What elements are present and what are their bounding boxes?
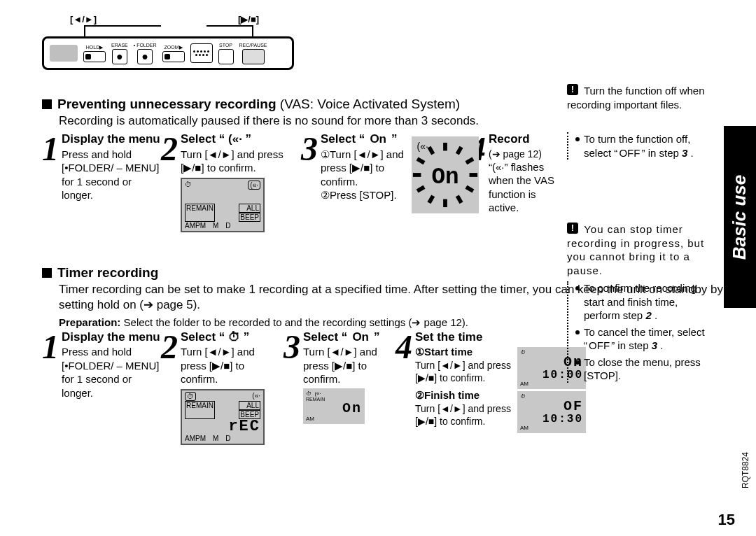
remain-label: REMAIN (185, 204, 215, 222)
label-folder: • FOLDER (134, 43, 157, 48)
vas-step2-text: Turn [◄/►] and press [▶/■] to confirm. (181, 148, 294, 175)
device-diagram: [◄/►] [▶/■] HOLD▶ ERASE ● • FOLDER ● ZOO… (42, 14, 294, 91)
timer-step1-title: Display the menu (62, 330, 160, 344)
clock-icon: ⏱ (185, 392, 196, 401)
lcd-panel-vas: ⏱ («· REMAIN ALL BEEP AMPM M D (181, 178, 265, 232)
lcd-panel-timer: ⏱ («· REMAIN ALL BEEP rEC AMPM M D (181, 389, 265, 445)
vas-icon: («· (417, 141, 428, 152)
note-5a: To cancel the timer, select “ OFF ” in s… (584, 326, 705, 352)
vas-subtitle: (VAS: Voice Activated System) (280, 97, 460, 111)
zoom-switch[interactable] (162, 51, 185, 62)
rec-display: rEC (185, 419, 260, 435)
finish-time-label: ②Finish time (415, 389, 479, 401)
timer-step4-title: Set the time (415, 330, 586, 344)
all-label: ALL (239, 401, 260, 410)
ampm-md-label: AMPM M D (185, 435, 260, 442)
section-tab-label: Basic use (729, 174, 751, 259)
prep-label: Preparation: (59, 316, 120, 328)
step-number-3b: 3 (284, 330, 300, 364)
page-number: 15 (718, 511, 735, 529)
vas-step4-text: “(«·” flashes when the VAS function is a… (489, 160, 560, 215)
lcd-big-on: («· On (412, 136, 479, 213)
finish-time-value: 10:30 (520, 414, 583, 425)
bullet-icon (575, 330, 580, 334)
section-tab: Basic use (724, 126, 756, 308)
clock-icon: ⏱ (185, 181, 192, 190)
vas-step3-text2: ②Press [STOP]. (321, 188, 407, 202)
step-number-3: 3 (301, 132, 318, 166)
finish-am: AM (520, 425, 583, 431)
device-right-control-label: [▶/■] (238, 14, 259, 24)
prep-text: Select the folder to be recorded to and … (124, 316, 468, 328)
vas-step3-text1: ①Turn [◄/►] and press [▶/■] to confirm. (321, 148, 407, 189)
note-3: You can stop timer recording in progress… (567, 223, 704, 276)
finish-time-text: Turn [◄/►] and press [▶/■] to confirm. (415, 402, 513, 428)
remain-label: REMAIN (185, 401, 215, 419)
erase-button[interactable]: ● (112, 49, 127, 64)
ampm-md-label: AMPM M D (185, 222, 260, 230)
timer-step2-text: Turn [◄/►] and press [▶/■] to confirm. (181, 345, 276, 386)
start-time-label: ①Start time (415, 346, 472, 358)
page-link: ➔ page 12) (492, 148, 542, 160)
caution-icon: ! (567, 223, 578, 234)
notes-column: ! Turn the function off when recording i… (567, 84, 714, 395)
svg-text:On: On (431, 164, 458, 190)
vas-step3-title: Select “ On ” (321, 132, 407, 146)
note-4c: . (654, 309, 657, 321)
vas-step4-title: Record (489, 132, 560, 146)
start-time-text: Turn [◄/►] and press [▶/■] to confirm. (415, 359, 513, 384)
note-5c: . (660, 339, 663, 351)
folder-button[interactable]: ● (137, 49, 153, 64)
vas-step2-title: Select “ («· ” (181, 132, 294, 146)
note-2b: 3 (682, 147, 687, 159)
note-2a: To turn the function off, select “ OFF ”… (584, 133, 690, 159)
caution-icon: ! (567, 84, 578, 95)
rec-pause-button[interactable] (242, 49, 265, 64)
device-lcd (50, 45, 78, 62)
vas-icon: («· (252, 392, 260, 401)
vas-icon: («· (248, 181, 260, 190)
timer-step2-title: Select “ ⏱ ” (181, 330, 276, 344)
label-zoom: ZOOM▶ (164, 45, 183, 50)
mini-on-am: AM (306, 416, 362, 422)
stop-button[interactable] (218, 49, 234, 64)
vas-title: Preventing unnecessary recording (57, 97, 276, 111)
note-1: Turn the function off when recording imp… (567, 85, 705, 111)
step-number-2: 2 (161, 132, 178, 166)
step-number-1: 1 (42, 132, 59, 166)
label-recpause: REC/PAUSE (239, 43, 267, 48)
label-stop: STOP (219, 43, 232, 48)
beep-label: BEEP (239, 213, 260, 222)
step-number-4b: 4 (396, 330, 412, 364)
bullet-icon (575, 360, 580, 365)
note-6: To close the menu, press [STOP]. (584, 355, 714, 383)
bullet-square-icon (42, 99, 52, 109)
label-erase: ERASE (111, 43, 128, 48)
all-label: ALL (239, 204, 260, 213)
mini-on-value: On (306, 402, 362, 416)
finish-big: OF (520, 400, 583, 414)
note-4b: 2 (645, 309, 651, 321)
bullet-square-icon (42, 268, 52, 278)
vas-step1-title: Display the menu (62, 132, 160, 146)
note-5b: 3 (652, 339, 657, 351)
hold-switch[interactable] (83, 51, 106, 62)
step-number-1b: 1 (42, 330, 59, 364)
note-2c: . (691, 147, 694, 159)
vas-step1-text: Press and hold [•FOLDER/ – MENU] for 1 s… (62, 148, 160, 202)
lcd-finish-time: ⏱ OF 10:30 AM (517, 391, 586, 433)
lcd-mini-on: ⏱ («· REMAIN On AM (303, 388, 365, 424)
timer-step3-text: Turn [◄/►] and press [▶/■] to confirm. (303, 345, 388, 386)
note-4a: To confirm the recording start and finis… (584, 282, 696, 321)
device-body: HOLD▶ ERASE ● • FOLDER ● ZOOM▶ STOP (42, 36, 294, 70)
timer-step1-text: Press and hold [•FOLDER/ – MENU] for 1 s… (62, 345, 160, 400)
device-left-control-label: [◄/►] (70, 14, 97, 24)
timer-title: Timer recording (57, 265, 158, 281)
document-id: RQT8824 (741, 452, 750, 488)
speaker-grille (190, 43, 213, 63)
label-hold: HOLD▶ (86, 45, 103, 50)
bullet-icon (575, 286, 580, 290)
bullet-icon (575, 137, 580, 141)
timer-step3-title: Select “ On ” (303, 330, 388, 344)
step-number-2b: 2 (161, 330, 178, 364)
